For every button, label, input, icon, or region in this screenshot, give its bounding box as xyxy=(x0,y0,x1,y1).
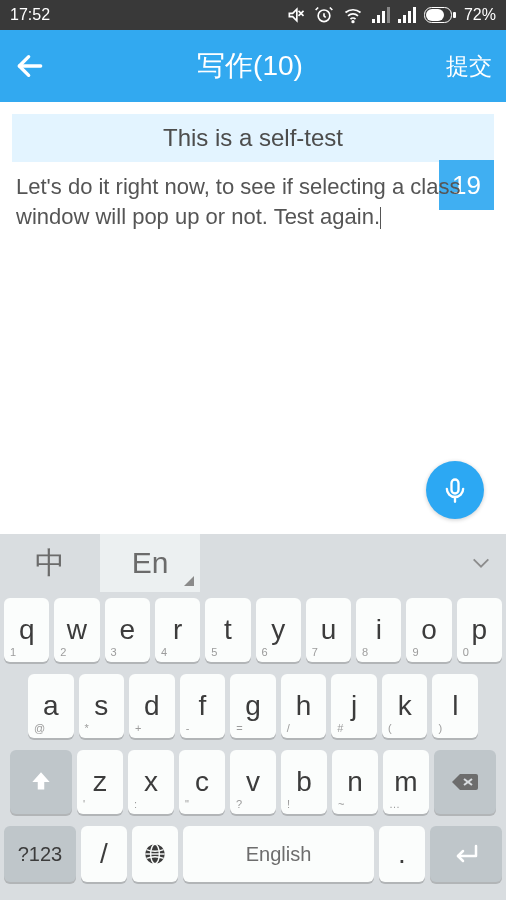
battery-pct: 72% xyxy=(464,6,496,24)
key-l[interactable]: l) xyxy=(432,674,478,738)
key-c[interactable]: c" xyxy=(179,750,225,814)
submit-button[interactable]: 提交 xyxy=(446,51,492,82)
lang-tab-cn[interactable]: 中 xyxy=(0,534,100,592)
slash-label: / xyxy=(100,838,108,870)
status-time: 17:52 xyxy=(10,6,286,24)
back-button[interactable] xyxy=(14,50,54,82)
key-w[interactable]: w2 xyxy=(54,598,99,662)
symbols-key[interactable]: ?123 xyxy=(4,826,76,882)
key-k[interactable]: k( xyxy=(382,674,428,738)
key-q[interactable]: q1 xyxy=(4,598,49,662)
key-sublabel: 1 xyxy=(10,646,16,658)
key-sublabel: / xyxy=(287,722,290,734)
key-p[interactable]: p0 xyxy=(457,598,502,662)
key-label: t xyxy=(224,614,232,646)
key-label: f xyxy=(199,690,207,722)
status-indicators: 72% xyxy=(286,5,496,25)
key-sublabel: ? xyxy=(236,798,242,810)
key-n[interactable]: n~ xyxy=(332,750,378,814)
wifi-icon xyxy=(342,5,364,25)
key-label: b xyxy=(296,766,312,798)
key-sublabel: + xyxy=(135,722,141,734)
key-label: j xyxy=(351,690,357,722)
spacebar-key[interactable]: English xyxy=(183,826,374,882)
key-r[interactable]: r4 xyxy=(155,598,200,662)
svg-rect-11 xyxy=(413,7,416,23)
shift-icon xyxy=(28,769,54,795)
battery-icon xyxy=(424,7,456,23)
key-f[interactable]: f- xyxy=(180,674,226,738)
keyboard-row-1: q1w2e3r4t5y6u7i8o9p0 xyxy=(4,598,502,662)
key-x[interactable]: x: xyxy=(128,750,174,814)
shift-key[interactable] xyxy=(10,750,72,814)
content-area: This is a self-test 19 Let's do it right… xyxy=(0,102,506,535)
key-g[interactable]: g= xyxy=(230,674,276,738)
key-label: d xyxy=(144,690,160,722)
key-sublabel: : xyxy=(134,798,137,810)
app-header: 写作(10) 提交 xyxy=(0,30,506,102)
key-m[interactable]: m… xyxy=(383,750,429,814)
key-sublabel: ' xyxy=(83,798,85,810)
key-h[interactable]: h/ xyxy=(281,674,327,738)
banner-text: This is a self-test xyxy=(163,124,343,152)
backspace-icon xyxy=(450,770,480,794)
svg-rect-7 xyxy=(387,7,390,23)
key-sublabel: 9 xyxy=(412,646,418,658)
key-label: p xyxy=(472,614,488,646)
signal-icon-1 xyxy=(372,7,390,23)
period-key[interactable]: . xyxy=(379,826,425,882)
key-i[interactable]: i8 xyxy=(356,598,401,662)
space-label: English xyxy=(246,843,312,866)
key-sublabel: 2 xyxy=(60,646,66,658)
svg-rect-13 xyxy=(426,9,444,21)
key-label: x xyxy=(144,766,158,798)
backspace-key[interactable] xyxy=(434,750,496,814)
keyboard-row-3: z'x:c"v?b!n~m… xyxy=(4,750,502,814)
keyboard: 中 En q1w2e3r4t5y6u7i8o9p0 a@s*d+f-g=h/j#… xyxy=(0,534,506,900)
chevron-down-icon xyxy=(470,552,492,574)
key-o[interactable]: o9 xyxy=(406,598,451,662)
key-z[interactable]: z' xyxy=(77,750,123,814)
key-v[interactable]: v? xyxy=(230,750,276,814)
svg-rect-9 xyxy=(403,15,406,23)
key-sublabel: # xyxy=(337,722,343,734)
key-e[interactable]: e3 xyxy=(105,598,150,662)
header-title: 写作(10) xyxy=(54,47,446,85)
key-a[interactable]: a@ xyxy=(28,674,74,738)
key-y[interactable]: y6 xyxy=(256,598,301,662)
key-t[interactable]: t5 xyxy=(205,598,250,662)
key-j[interactable]: j# xyxy=(331,674,377,738)
enter-key[interactable] xyxy=(430,826,502,882)
signal-icon-2 xyxy=(398,7,416,23)
key-label: z xyxy=(93,766,107,798)
key-label: k xyxy=(398,690,412,722)
key-u[interactable]: u7 xyxy=(306,598,351,662)
key-label: v xyxy=(246,766,260,798)
editor-text[interactable]: Let's do it right now, to see if selecti… xyxy=(12,162,494,241)
key-sublabel: 5 xyxy=(211,646,217,658)
key-s[interactable]: s* xyxy=(79,674,125,738)
slash-key[interactable]: / xyxy=(81,826,127,882)
mic-button[interactable] xyxy=(426,461,484,519)
key-sublabel: 4 xyxy=(161,646,167,658)
key-d[interactable]: d+ xyxy=(129,674,175,738)
key-label: l xyxy=(452,690,458,722)
key-sublabel: @ xyxy=(34,722,45,734)
key-sublabel: ! xyxy=(287,798,290,810)
svg-point-3 xyxy=(352,21,354,23)
status-bar: 17:52 72% xyxy=(0,0,506,30)
globe-key[interactable] xyxy=(132,826,178,882)
key-label: e xyxy=(119,614,135,646)
keyboard-collapse[interactable] xyxy=(456,552,506,574)
text-cursor xyxy=(380,207,381,229)
lang-tab-en[interactable]: En xyxy=(100,534,200,592)
key-b[interactable]: b! xyxy=(281,750,327,814)
keyboard-row-4: ?123 / English . xyxy=(4,826,502,882)
microphone-icon xyxy=(441,476,469,504)
arrow-left-icon xyxy=(14,50,46,82)
key-sublabel: … xyxy=(389,798,400,810)
key-label: r xyxy=(173,614,182,646)
key-sublabel: = xyxy=(236,722,242,734)
svg-rect-6 xyxy=(382,11,385,23)
key-label: s xyxy=(94,690,108,722)
